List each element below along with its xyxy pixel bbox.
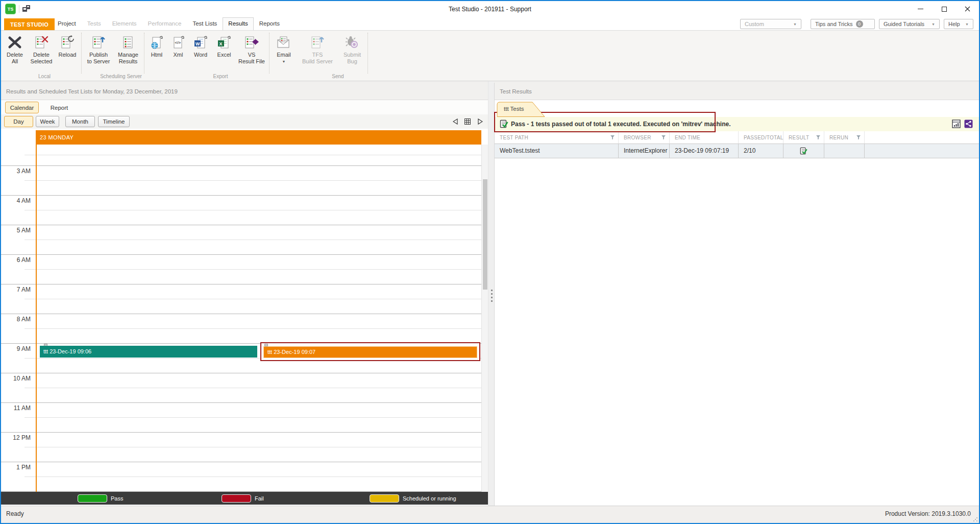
hour-label: 3 AM (1, 168, 31, 175)
maximize-button[interactable] (933, 1, 955, 17)
export-xml-button[interactable]: </> Xml (167, 31, 189, 58)
submit-bug-button: SubmitBug (338, 31, 366, 65)
view-month-button[interactable]: Month (65, 116, 95, 127)
titlebar: TS Test Studio - 201911 - Support (1, 1, 979, 17)
report-view-icon[interactable] (952, 120, 961, 130)
tab-report[interactable]: Report (45, 102, 74, 113)
panel-splitter[interactable] (488, 81, 494, 506)
status-text: Ready (6, 510, 24, 517)
legend-label: Fail (255, 495, 264, 502)
pass-color-swatch (78, 494, 107, 503)
tab-test-lists[interactable]: Test Lists (187, 18, 223, 30)
col-header-rerun[interactable]: RERUN (824, 131, 865, 144)
svg-text:</>: </> (175, 40, 181, 45)
reload-button[interactable]: Reload (55, 31, 80, 58)
help-dropdown[interactable]: Help ▼ (944, 19, 973, 29)
cell-rerun (824, 144, 865, 158)
main-area: Results and Scheduled Test Lists for Mon… (1, 81, 979, 506)
calendar-scrollbar-thumb[interactable] (483, 179, 487, 290)
calendar-scrollbar[interactable] (481, 145, 488, 492)
col-header-end-time[interactable]: END TIME (670, 131, 739, 144)
col-header-browser[interactable]: BROWSER (619, 131, 670, 144)
legend-item-fail: Fail (222, 492, 264, 505)
publish-to-server-icon (91, 33, 106, 52)
calendar-event-running[interactable]: ttt 23-Dec-19 09:07 (263, 346, 477, 358)
tab-performance: Performance (142, 18, 187, 30)
email-dropdown-arrow: ▼ (282, 58, 286, 65)
app-window: TS Test Studio - 201911 - Support TEST S… (0, 0, 980, 524)
window-title: Test Studio - 201911 - Support (1, 1, 979, 17)
publish-to-server-button[interactable]: Publishto Server (83, 31, 114, 65)
close-button[interactable] (956, 1, 979, 17)
tab-project[interactable]: Project (52, 18, 82, 30)
prev-day-icon[interactable] (451, 117, 459, 126)
submit-bug-icon (345, 33, 359, 52)
view-timeline-button[interactable]: Timeline (98, 116, 130, 127)
delete-all-button[interactable]: DeleteAll (2, 31, 28, 65)
minimize-icon (918, 9, 923, 9)
tab-results[interactable]: Results (223, 17, 253, 30)
test-results-title: Test Results (495, 83, 979, 100)
guided-tutorials-dropdown[interactable]: Guided Tutorials ▼ (879, 19, 940, 29)
product-version: Product Version: 2019.3.1030.0 (885, 510, 971, 517)
view-week-button[interactable]: Week (36, 116, 59, 127)
ribbon-toolbar: DeleteAll DeleteSelected (1, 31, 979, 81)
cell-result (783, 144, 824, 158)
scheduled-color-swatch (370, 494, 399, 503)
tab-calendar[interactable]: Calendar (5, 102, 39, 113)
tab-test-studio[interactable]: TEST STUDIO (4, 18, 55, 30)
calendar-panel-title: Results and Scheduled Test Lists for Mon… (1, 83, 488, 100)
filter-icon[interactable] (661, 135, 666, 140)
email-button[interactable]: Email▼ (271, 31, 297, 65)
cell-test-path: WebTest.tstest (495, 144, 619, 158)
guided-tutorials-label: Guided Tutorials (884, 21, 924, 27)
status-legend: Pass Fail Scheduled or running (1, 492, 488, 505)
cell-browser: InternetExplorer (619, 144, 670, 158)
export-word-button[interactable]: W Word (189, 31, 212, 58)
word-export-icon: W (193, 33, 208, 52)
xml-export-icon: </> (171, 33, 185, 52)
col-header-result[interactable]: RESULT (783, 131, 824, 144)
view-day-button[interactable]: Day (4, 116, 33, 127)
hour-label: 8 AM (1, 316, 31, 323)
tab-reports[interactable]: Reports (254, 18, 285, 30)
hour-label: 10 AM (1, 375, 31, 382)
custom-dropdown[interactable]: Custom ▼ (740, 19, 801, 29)
toolbar-separator (81, 33, 82, 74)
cell-end-time: 23-Dec-19 09:07:19 (670, 144, 739, 158)
tips-and-tricks-button[interactable]: Tips and Tricks 0 (811, 19, 875, 29)
tab-ttt-tests[interactable]: ttt Tests (497, 102, 546, 117)
tfs-build-server-button: TFSBuild Server (297, 31, 338, 65)
hour-label: 4 AM (1, 197, 31, 204)
next-day-icon[interactable] (476, 117, 484, 126)
filter-icon[interactable] (610, 135, 615, 140)
fail-color-swatch (222, 494, 251, 503)
tips-and-tricks-label: Tips and Tricks (815, 21, 853, 27)
status-bar: Ready Product Version: 2019.3.1030.0 (1, 506, 979, 523)
calendar-event-pass[interactable]: ttt 23-Dec-19 09:06 (40, 346, 257, 358)
svg-text:W: W (195, 41, 200, 46)
delete-selected-button[interactable]: DeleteSelected (28, 31, 55, 65)
svg-text:X: X (219, 41, 223, 46)
export-vs-result-file-button[interactable]: VSResult File (236, 31, 267, 65)
calendar-panel: Results and Scheduled Test Lists for Mon… (1, 83, 488, 506)
custom-dropdown-label: Custom (745, 21, 764, 27)
manage-results-button[interactable]: ManageResults (114, 31, 142, 65)
vs-result-file-icon (244, 33, 259, 52)
ribbon-tab-row: TEST STUDIO Project Tests Elements Perfo… (1, 17, 979, 31)
hour-label: 6 AM (1, 256, 31, 264)
filter-icon[interactable] (856, 135, 861, 140)
share-results-icon[interactable] (964, 120, 973, 130)
toolbar-separator (368, 33, 368, 74)
filter-icon[interactable] (816, 135, 821, 140)
hour-label: 5 AM (1, 227, 31, 234)
col-header-test-path[interactable]: TEST PATH (495, 131, 619, 144)
table-row[interactable]: WebTest.tstest InternetExplorer 23-Dec-1… (495, 144, 979, 158)
resize-grip[interactable] (973, 517, 978, 522)
chevron-down-icon: ▼ (789, 22, 797, 26)
calendar-grid-icon[interactable] (463, 117, 472, 126)
export-excel-button[interactable]: X Excel (212, 31, 236, 58)
col-header-passed-total[interactable]: PASSED/TOTAL (739, 131, 783, 144)
minimize-button[interactable] (909, 1, 932, 17)
export-html-button[interactable]: Html (146, 31, 167, 58)
